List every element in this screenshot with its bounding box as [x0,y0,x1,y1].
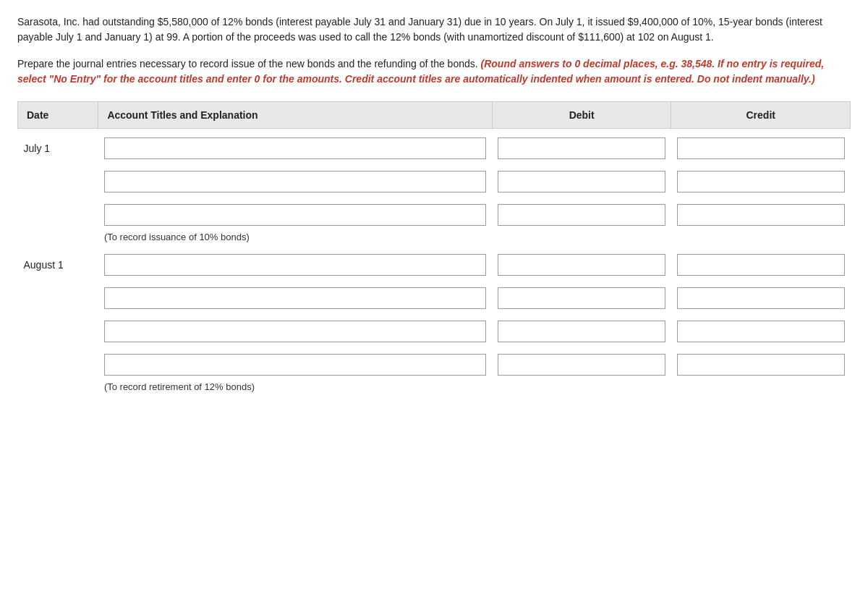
account-header: Account Titles and Explanation [98,102,493,129]
july-credit-input-2[interactable] [677,171,845,192]
august-debit-input-2[interactable] [498,287,665,309]
august-credit-input-3[interactable] [677,321,845,342]
august-account-2 [98,284,493,312]
july-credit-input-3[interactable] [677,204,845,226]
august-debit-2 [492,284,671,312]
july-account-input-1[interactable] [104,137,487,159]
august-account-input-3[interactable] [104,321,487,342]
table-row [18,168,851,195]
july-debit-input-2[interactable] [498,171,665,192]
august-debit-4 [492,351,671,378]
debit-header: Debit [492,102,671,129]
july-memo-text: (To record issuance of 10% bonds) [98,229,851,245]
july-account-3 [98,201,493,229]
july-credit-input-1[interactable] [677,137,845,159]
august-credit-input-2[interactable] [677,287,845,309]
july-date-empty-1 [18,168,98,195]
july-account-2 [98,168,493,195]
table-row [18,351,851,378]
table-row [18,318,851,345]
august-memo-row: (To record retirement of 12% bonds) [18,378,851,395]
august-account-3 [98,318,493,345]
august-debit-input-1[interactable] [498,254,665,276]
august-debit-input-4[interactable] [498,354,665,376]
july-account-input-3[interactable] [104,204,487,226]
july-date-label: July 1 [18,135,98,162]
july-debit-input-1[interactable] [498,137,665,159]
july-date-empty-2 [18,201,98,229]
august-credit-input-1[interactable] [677,254,845,276]
august-date-empty-2 [18,318,98,345]
august-account-input-2[interactable] [104,287,487,309]
july-credit-1 [671,135,851,162]
july-debit-1 [492,135,671,162]
august-account-input-1[interactable] [104,254,487,276]
august-date-label: August 1 [18,251,98,279]
august-account-4 [98,351,493,378]
august-date-empty-1 [18,284,98,312]
july-credit-2 [671,168,851,195]
problem-text: Sarasota, Inc. had outstanding $5,580,00… [17,14,851,45]
table-row [18,284,851,312]
table-row [18,201,851,229]
table-row: August 1 [18,251,851,279]
august-account-input-4[interactable] [104,354,487,376]
august-credit-4 [671,351,851,378]
july-debit-3 [492,201,671,229]
table-row: July 1 [18,135,851,162]
credit-header: Credit [671,102,851,129]
date-header: Date [18,102,98,129]
august-credit-input-4[interactable] [677,354,845,376]
august-credit-1 [671,251,851,279]
july-debit-2 [492,168,671,195]
instruction-text: Prepare the journal entries necessary to… [17,56,851,87]
july-account-input-2[interactable] [104,171,487,192]
august-debit-3 [492,318,671,345]
july-debit-input-3[interactable] [498,204,665,226]
august-credit-2 [671,284,851,312]
july-memo-row: (To record issuance of 10% bonds) [18,229,851,245]
august-date-empty-3 [18,351,98,378]
august-account-1 [98,251,493,279]
august-memo-text: (To record retirement of 12% bonds) [98,378,851,395]
july-account-1 [98,135,493,162]
august-credit-3 [671,318,851,345]
july-credit-3 [671,201,851,229]
august-debit-input-3[interactable] [498,321,665,342]
august-debit-1 [492,251,671,279]
journal-table: Date Account Titles and Explanation Debi… [17,101,851,395]
